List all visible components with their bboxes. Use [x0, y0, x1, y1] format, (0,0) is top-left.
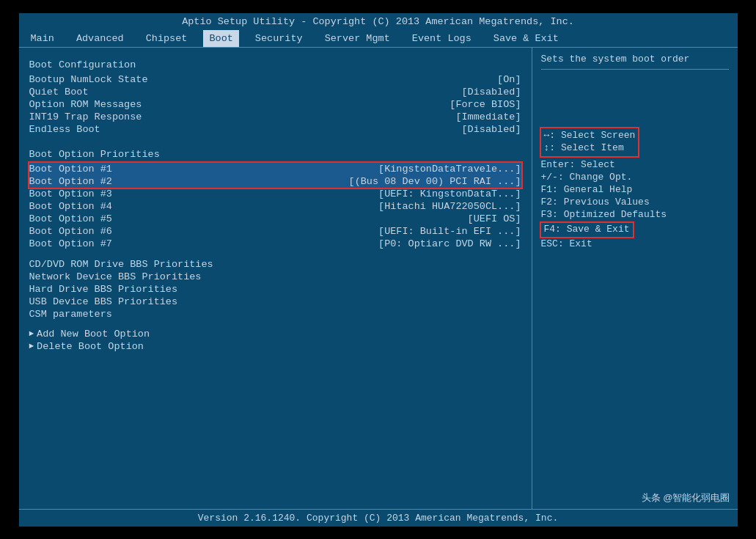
ctrl-esc: ESC: Exit	[541, 238, 729, 249]
row-boot4-value: [Hitachi HUA722050CL...]	[378, 201, 521, 212]
row-boot3-label: Boot Option #3	[29, 188, 191, 199]
row-boot1-label: Boot Option #1	[29, 164, 191, 175]
row-boot4-label: Boot Option #4	[29, 201, 191, 212]
menu-main[interactable]: Main	[26, 32, 59, 45]
row-boot2-value: [(Bus 08 Dev 00) PCI RAI ...]	[349, 176, 521, 187]
row-boot2-label: Boot Option #2	[29, 176, 191, 187]
ctrl-f3: F3: Optimized Defaults	[541, 209, 729, 220]
menu-save-exit[interactable]: Save & Exit	[489, 32, 563, 45]
menu-server-mgmt[interactable]: Server Mgmt	[320, 32, 394, 45]
section2-title: Boot Option Priorities	[29, 149, 521, 160]
row-option-rom[interactable]: Option ROM Messages [Force BIOS]	[29, 98, 521, 111]
row-boot7[interactable]: Boot Option #7 [P0: Optiarc DVD RW ...]	[29, 238, 521, 250]
row-boot1-value: [KingstonDataTravele...]	[378, 164, 521, 175]
add-boot-arrow: ►	[29, 329, 34, 338]
menu-chipset[interactable]: Chipset	[142, 32, 192, 45]
left-panel: Boot Configuration Bootup NumLock State …	[19, 48, 532, 509]
usb-bbs[interactable]: USB Device BBS Priorities	[29, 296, 521, 307]
delete-boot-arrow: ►	[29, 342, 34, 351]
add-boot-option[interactable]: ► Add New Boot Option	[29, 329, 521, 340]
cdvd-bbs[interactable]: CD/DVD ROM Drive BBS Priorities	[29, 259, 521, 270]
row-quiet-boot-value: [Disabled]	[461, 87, 521, 98]
title-bar: Aptio Setup Utility - Copyright (C) 2013…	[19, 13, 738, 30]
row-numlock-label: Bootup NumLock State	[29, 74, 191, 85]
row-boot2[interactable]: Boot Option #2 [(Bus 08 Dev 00) PCI RAI …	[29, 175, 521, 188]
row-boot5-label: Boot Option #5	[29, 213, 191, 224]
row-boot7-value: [P0: Optiarc DVD RW ...]	[378, 238, 521, 249]
row-int19-value: [Immediate]	[455, 111, 521, 122]
row-numlock[interactable]: Bootup NumLock State [On]	[29, 73, 521, 86]
row-endless-boot-label: Endless Boot	[29, 124, 191, 135]
row-numlock-value: [On]	[497, 74, 521, 85]
network-bbs[interactable]: Network Device BBS Priorities	[29, 271, 521, 282]
right-controls: ↔: Select Screen ↕: Select Item Enter: S…	[541, 128, 729, 249]
bios-screen: Aptio Setup Utility - Copyright (C) 2013…	[19, 13, 738, 527]
row-boot6-value: [UEFI: Built-in EFI ...]	[378, 226, 521, 237]
network-bbs-label: Network Device BBS Priorities	[29, 271, 202, 282]
row-int19[interactable]: INT19 Trap Response [Immediate]	[29, 111, 521, 123]
footer-text: Version 2.16.1240. Copyright (C) 2013 Am…	[198, 513, 558, 524]
row-quiet-boot[interactable]: Quiet Boot [Disabled]	[29, 86, 521, 98]
row-boot6[interactable]: Boot Option #6 [UEFI: Built-in EFI ...]	[29, 225, 521, 238]
delete-boot-label: Delete Boot Option	[37, 341, 144, 352]
menu-bar: Main Advanced Chipset Boot Security Serv…	[19, 30, 738, 47]
row-boot7-label: Boot Option #7	[29, 238, 191, 249]
csm-params-label: CSM parameters	[29, 309, 112, 320]
help-text: Sets the system boot order	[541, 54, 729, 65]
row-endless-boot-value: [Disabled]	[461, 124, 521, 135]
menu-event-logs[interactable]: Event Logs	[408, 32, 476, 45]
ctrl-select-screen: ↔: Select Screen	[544, 130, 636, 141]
row-boot4[interactable]: Boot Option #4 [Hitachi HUA722050CL...]	[29, 200, 521, 213]
ctrl-f4: F4: Save & Exit	[544, 224, 630, 235]
watermark: 头条 @智能化弱电圈	[642, 491, 730, 505]
footer-bar: Version 2.16.1240. Copyright (C) 2013 Am…	[19, 509, 738, 527]
ctrl-f2: F2: Previous Values	[541, 197, 729, 208]
section1-title: Boot Configuration	[29, 59, 521, 70]
row-endless-boot[interactable]: Endless Boot [Disabled]	[29, 123, 521, 136]
row-int19-label: INT19 Trap Response	[29, 111, 191, 122]
add-boot-label: Add New Boot Option	[37, 329, 150, 340]
row-quiet-boot-label: Quiet Boot	[29, 87, 191, 98]
csm-params[interactable]: CSM parameters	[29, 309, 521, 320]
row-boot3[interactable]: Boot Option #3 [UEFI: KingstonDataT...]	[29, 188, 521, 200]
row-boot5-value: [UEFI OS]	[468, 213, 521, 224]
row-boot5[interactable]: Boot Option #5 [UEFI OS]	[29, 213, 521, 225]
usb-bbs-label: USB Device BBS Priorities	[29, 296, 178, 307]
content-area: Boot Configuration Bootup NumLock State …	[19, 47, 738, 509]
right-panel: Sets the system boot order ↔: Select Scr…	[532, 48, 738, 509]
row-boot1[interactable]: Boot Option #1 [KingstonDataTravele...]	[29, 163, 521, 175]
title-text: Aptio Setup Utility - Copyright (C) 2013…	[182, 16, 574, 27]
menu-boot[interactable]: Boot	[205, 32, 237, 45]
row-option-rom-value: [Force BIOS]	[449, 99, 521, 110]
ctrl-f1: F1: General Help	[541, 184, 729, 195]
ctrl-select-item: ↕: Select Item	[544, 142, 636, 153]
cdvd-bbs-label: CD/DVD ROM Drive BBS Priorities	[29, 259, 213, 270]
row-option-rom-label: Option ROM Messages	[29, 99, 191, 110]
ctrl-change-opt: +/-: Change Opt.	[541, 172, 729, 183]
menu-advanced[interactable]: Advanced	[72, 32, 128, 45]
delete-boot-option[interactable]: ► Delete Boot Option	[29, 341, 521, 352]
hdd-bbs[interactable]: Hard Drive BBS Priorities	[29, 284, 521, 295]
menu-security[interactable]: Security	[251, 32, 307, 45]
hdd-bbs-label: Hard Drive BBS Priorities	[29, 284, 178, 295]
ctrl-enter: Enter: Select	[541, 159, 729, 170]
row-boot3-value: [UEFI: KingstonDataT...]	[378, 188, 521, 199]
row-boot6-label: Boot Option #6	[29, 226, 191, 237]
